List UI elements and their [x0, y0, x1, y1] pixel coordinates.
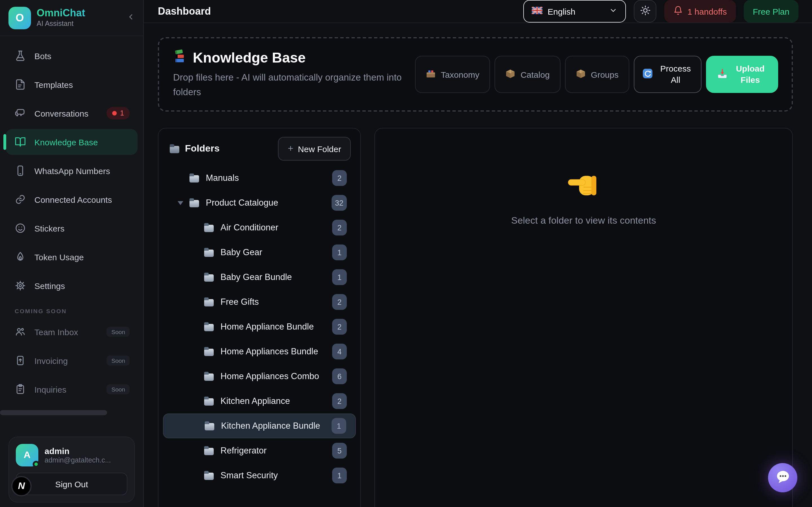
process-all-button[interactable]: Process All [634, 56, 702, 93]
groups-button[interactable]: Groups [565, 56, 629, 93]
language-select[interactable]: English [523, 0, 626, 22]
sidebar-item-connected-accounts[interactable]: Connected Accounts [6, 186, 138, 212]
sidebar-item-stickers[interactable]: Stickers [6, 215, 138, 241]
folder-row-air-conditioner[interactable]: Air Conditioner 2 [163, 215, 356, 240]
soon-badge: Soon [107, 355, 130, 365]
handoffs-alert-button[interactable]: 1 handoffs [664, 0, 736, 22]
folder-row-kitchen-appliance[interactable]: Kitchen Appliance 2 [163, 389, 356, 413]
sidebar: O OmniChat AI Assistant Bots [0, 0, 144, 507]
folder-row-home-appliance-bundle[interactable]: Home Appliance Bundle 2 [163, 314, 356, 339]
folder-row-smart-security[interactable]: Smart Security 1 [163, 463, 356, 488]
sidebar-item-bots[interactable]: Bots [6, 43, 138, 69]
panels-row: Folders + New Folder Manuals 2 [158, 128, 793, 507]
sidebar-item-team-inbox[interactable]: Team Inbox Soon [6, 319, 138, 345]
kb-title: Knowledge Base [193, 50, 306, 66]
chevron-down-icon [609, 6, 617, 17]
nextjs-dev-indicator[interactable]: N [11, 476, 32, 496]
folder-icon [204, 398, 214, 405]
plus-icon: + [288, 143, 294, 154]
plan-badge[interactable]: Free Plan [744, 0, 799, 22]
sidebar-item-inquiries[interactable]: Inquiries Soon [6, 376, 138, 402]
folder-count-badge: 1 [332, 467, 347, 483]
user-text-block: admin admin@gataltech.c... [45, 446, 111, 464]
book-open-icon [15, 136, 26, 148]
sidebar-item-knowledge-base[interactable]: Knowledge Base [6, 129, 138, 155]
sidebar-nav: Bots Templates Conversations 1 [0, 36, 143, 415]
folder-row-product-catalogue[interactable]: Product Catalogue 32 [163, 190, 356, 215]
sidebar-item-token-usage[interactable]: Token Usage [6, 244, 138, 270]
folder-icon [205, 423, 214, 430]
package-icon [505, 68, 515, 80]
app-tagline: AI Assistant [37, 20, 121, 28]
soon-badge: Soon [107, 384, 130, 394]
sign-out-button[interactable]: Sign Out [16, 473, 128, 495]
sun-icon [640, 5, 651, 18]
handoffs-label: 1 handoffs [688, 6, 727, 16]
folder-list: Manuals 2 Product Catalogue 32 Air Condi… [158, 166, 360, 488]
package-icon [576, 68, 586, 80]
folder-row-home-appliances-combo[interactable]: Home Appliances Combo 6 [163, 364, 356, 389]
kb-text-block: Knowledge Base Drop files here - AI will… [173, 49, 406, 100]
catalog-button[interactable]: Catalog [495, 56, 560, 93]
red-dot-icon [112, 111, 117, 115]
folder-icon [204, 249, 214, 257]
folder-row-manuals[interactable]: Manuals 2 [163, 166, 356, 190]
speech-balloon-icon [775, 469, 790, 487]
folder-count-badge: 2 [332, 393, 347, 409]
gear-icon [15, 280, 26, 291]
folder-icon [204, 348, 214, 356]
user-info-row: A admin admin@gataltech.c... [16, 444, 128, 466]
folder-icon [204, 373, 214, 381]
folder-icon [204, 224, 214, 232]
online-status-dot [33, 461, 40, 467]
sidebar-item-settings[interactable]: Settings [6, 273, 138, 298]
users-icon [15, 326, 26, 337]
knowledge-base-dropzone[interactable]: Knowledge Base Drop files here - AI will… [158, 37, 793, 112]
language-value: English [548, 6, 604, 16]
folder-count-badge: 2 [332, 294, 347, 310]
soon-badge: Soon [107, 327, 130, 337]
empty-state-message: Select a folder to view its contents [511, 215, 656, 226]
avatar: A [16, 444, 38, 466]
sidebar-item-whatsapp-numbers[interactable]: WhatsApp Numbers [6, 158, 138, 184]
folders-panel: Folders + New Folder Manuals 2 [158, 128, 361, 507]
sidebar-scrollbar-thumb[interactable] [0, 410, 107, 415]
file-icon [15, 79, 26, 90]
inbox-tray-icon [716, 68, 728, 81]
folder-row-baby-gear-bundle[interactable]: Baby Gear Bundle 1 [163, 265, 356, 290]
link-icon [15, 194, 26, 205]
sidebar-item-label: Stickers [35, 223, 64, 233]
caret-down-icon[interactable] [177, 201, 183, 205]
folder-row-baby-gear[interactable]: Baby Gear 1 [163, 240, 356, 265]
folder-count-badge: 2 [332, 170, 347, 186]
folder-icon [190, 200, 199, 207]
sidebar-item-label: Team Inbox [35, 327, 78, 337]
new-folder-button[interactable]: + New Folder [278, 137, 351, 161]
folder-icon [204, 299, 214, 306]
sidebar-item-invoicing[interactable]: Invoicing Soon [6, 348, 138, 374]
sidebar-item-templates[interactable]: Templates [6, 71, 138, 98]
sidebar-item-conversations[interactable]: Conversations 1 [6, 100, 138, 126]
theme-toggle-button[interactable] [634, 0, 656, 22]
folders-icon [170, 146, 179, 153]
folder-row-kitchen-appliance-bundle[interactable]: Kitchen Appliance Bundle 1 [163, 413, 356, 438]
folder-row-refrigerator[interactable]: Refrigerator 5 [163, 438, 356, 463]
folder-contents-panel: Select a folder to view its contents [374, 128, 793, 507]
user-email: admin@gataltech.c... [45, 456, 111, 464]
flask-icon [15, 50, 26, 61]
folder-icon [204, 324, 214, 331]
folder-icon [204, 472, 214, 480]
sidebar-collapse-button[interactable] [126, 12, 135, 23]
folder-row-free-gifts[interactable]: Free Gifts 2 [163, 290, 356, 314]
page-title: Dashboard [158, 5, 211, 17]
sidebar-item-label: Bots [35, 51, 51, 61]
empty-state: Select a folder to view its contents [511, 173, 656, 226]
app-name: OmniChat [37, 8, 121, 19]
folder-row-home-appliances-bundle[interactable]: Home Appliances Bundle 4 [163, 339, 356, 364]
taxonomy-button[interactable]: Taxonomy [415, 56, 490, 93]
folder-count-badge: 1 [332, 269, 347, 285]
app-logo: O [8, 6, 31, 29]
upload-files-button[interactable]: Upload Files [706, 56, 778, 93]
chat-fab-button[interactable] [768, 463, 797, 492]
main-area: Dashboard English [144, 0, 812, 507]
